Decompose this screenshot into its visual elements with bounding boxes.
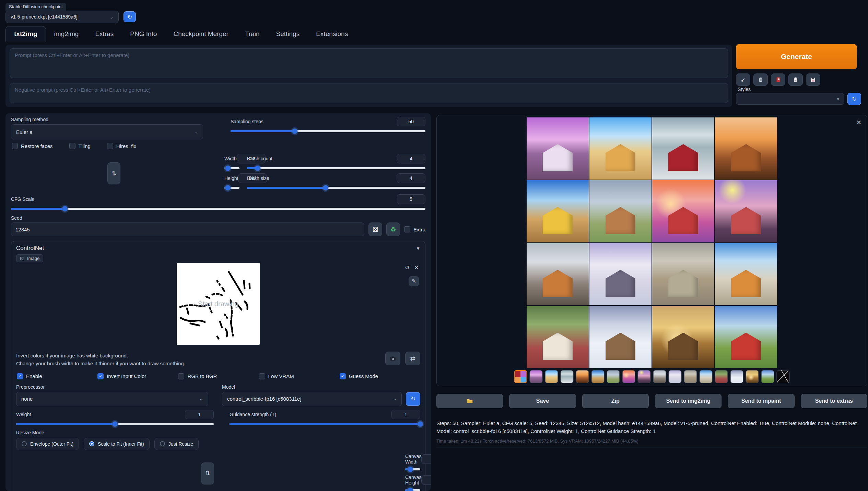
slider-thumb[interactable] <box>292 128 298 134</box>
tab-settings[interactable]: Settings <box>268 26 308 42</box>
slider-thumb[interactable] <box>62 206 68 212</box>
slider-thumb[interactable] <box>255 165 261 171</box>
tab-extensions[interactable]: Extensions <box>308 26 356 42</box>
gallery-image-4[interactable] <box>715 117 777 180</box>
cfg-scale-value[interactable]: 5 <box>397 194 425 204</box>
width-slider[interactable] <box>224 165 239 171</box>
random-seed-button[interactable]: ⚄ <box>368 222 382 236</box>
slider-thumb[interactable] <box>407 487 413 491</box>
gallery-image-2[interactable] <box>589 117 652 180</box>
canvas-width-value[interactable]: 512 <box>421 454 431 464</box>
gallery-image-6[interactable] <box>589 180 652 242</box>
preprocessor-dropdown[interactable]: none ⌄ <box>16 392 208 406</box>
thumbnail-14[interactable] <box>730 370 743 383</box>
thumbnail-3[interactable] <box>561 370 574 383</box>
checkbox[interactable] <box>259 373 265 379</box>
send-to-extras-button[interactable]: Send to extras <box>801 394 867 408</box>
swap-dimensions-button[interactable]: ⇅ <box>107 162 120 184</box>
seed-input[interactable] <box>11 222 364 236</box>
slider-thumb[interactable] <box>225 165 231 171</box>
gallery-image-7[interactable] <box>652 180 714 242</box>
paste-generation-params-button[interactable]: ↙ <box>736 73 750 86</box>
tab-extras[interactable]: Extras <box>87 26 122 42</box>
slider-thumb[interactable] <box>225 185 231 191</box>
thumbnail-5[interactable] <box>591 370 605 383</box>
gallery-image-8[interactable] <box>715 180 777 242</box>
undo-icon[interactable]: ↺ <box>405 264 409 271</box>
gallery-image-3[interactable] <box>652 117 714 180</box>
invert-input-color-checkbox[interactable]: ✓Invert Input Color <box>97 373 178 379</box>
checkbox[interactable]: ✓ <box>97 373 104 379</box>
mirror-swap-button[interactable]: ⇄ <box>405 352 420 365</box>
guidance-strength-slider[interactable] <box>230 421 420 427</box>
tab-img2img[interactable]: img2img <box>46 26 87 42</box>
scribble-canvas[interactable]: Start drawing <box>177 263 260 345</box>
thumbnail-16[interactable] <box>761 370 774 383</box>
radio-button[interactable] <box>160 441 165 446</box>
controlnet-image-tab[interactable]: Image <box>16 254 43 262</box>
save-style-button[interactable] <box>806 73 820 86</box>
hires-fix-checkbox[interactable]: Hires. fix <box>107 143 136 149</box>
resize-mode-envelope-outer-fit[interactable]: Envelope (Outer Fit) <box>16 438 79 450</box>
checkbox[interactable]: ✓ <box>17 373 23 379</box>
thumbnail-8[interactable] <box>638 370 651 383</box>
cfg-scale-slider[interactable] <box>11 206 425 212</box>
save-button[interactable]: Save <box>509 394 576 408</box>
slider-thumb[interactable] <box>418 421 423 427</box>
checkbox[interactable] <box>404 226 410 232</box>
thumbnail-6[interactable] <box>607 370 620 383</box>
weight-value[interactable]: 1 <box>185 410 214 419</box>
thumbnail-9[interactable] <box>653 370 666 383</box>
checkbox[interactable] <box>12 143 18 149</box>
thumbnail-13[interactable] <box>715 370 728 383</box>
thumbnail-7[interactable] <box>622 370 635 383</box>
low-vram-checkbox[interactable]: Low VRAM <box>259 373 340 379</box>
reuse-seed-button[interactable]: ♻ <box>386 222 400 236</box>
gallery-image-9[interactable] <box>527 243 589 305</box>
sampling-method-dropdown[interactable]: Euler a ⌄ <box>11 124 203 139</box>
brush-tool-button[interactable]: ✎ <box>409 276 419 286</box>
rgb-to-bgr-checkbox[interactable]: RGB to BGR <box>178 373 259 379</box>
tab-png-info[interactable]: PNG Info <box>122 26 165 42</box>
tab-checkpoint-merger[interactable]: Checkpoint Merger <box>165 26 237 42</box>
gallery-image-16[interactable] <box>715 306 777 368</box>
thumbnail-12[interactable] <box>700 370 713 383</box>
enable-checkbox[interactable]: ✓Enable <box>17 373 97 379</box>
gallery-image-12[interactable] <box>715 243 777 305</box>
negative-prompt-input[interactable] <box>10 83 728 103</box>
thumbnail-2[interactable] <box>545 370 558 383</box>
gallery-image-10[interactable] <box>589 243 652 305</box>
styles-refresh-button[interactable]: ↻ <box>847 93 861 105</box>
prompt-input[interactable] <box>10 48 728 78</box>
checkbox[interactable] <box>69 143 75 149</box>
gallery-image-13[interactable] <box>527 306 589 368</box>
checkpoint-dropdown[interactable]: v1-5-pruned.ckpt [e1441589a6] ⌄ <box>5 11 119 23</box>
thumbnail-11[interactable] <box>684 370 697 383</box>
thumbnail-1[interactable] <box>530 370 543 383</box>
gallery-image-15[interactable] <box>652 306 714 368</box>
canvas-height-value[interactable]: 512 <box>421 475 431 485</box>
batch-size-value[interactable]: 4 <box>397 173 425 183</box>
zip-button[interactable]: Zip <box>582 394 649 408</box>
radio-button[interactable] <box>89 441 94 446</box>
canvas-height-slider[interactable] <box>405 487 420 491</box>
thumbnail-4[interactable] <box>576 370 589 383</box>
slider-thumb[interactable] <box>407 466 413 472</box>
clear-prompt-button[interactable] <box>753 73 768 86</box>
tab-train[interactable]: Train <box>237 26 268 42</box>
style-book-button[interactable] <box>771 73 785 86</box>
apply-style-button[interactable] <box>788 73 803 86</box>
checkpoint-refresh-button[interactable]: ↻ <box>124 11 136 22</box>
gallery-image-11[interactable] <box>652 243 714 305</box>
swap-canvas-dimensions-button[interactable]: ⇅ <box>201 463 214 484</box>
slider-thumb[interactable] <box>322 185 328 191</box>
guidance-strength-value[interactable]: 1 <box>391 410 420 419</box>
tab-txt2img[interactable]: txt2img <box>5 26 46 42</box>
radio-button[interactable] <box>22 441 27 446</box>
batch-count-slider[interactable] <box>247 165 425 171</box>
controlnet-accordion-header[interactable]: ControlNet ▼ <box>16 245 420 252</box>
gallery-image-1[interactable] <box>527 117 589 180</box>
restore-faces-checkbox[interactable]: Restore faces <box>12 143 53 149</box>
checkbox[interactable] <box>178 373 184 379</box>
slider-thumb[interactable] <box>112 421 118 427</box>
